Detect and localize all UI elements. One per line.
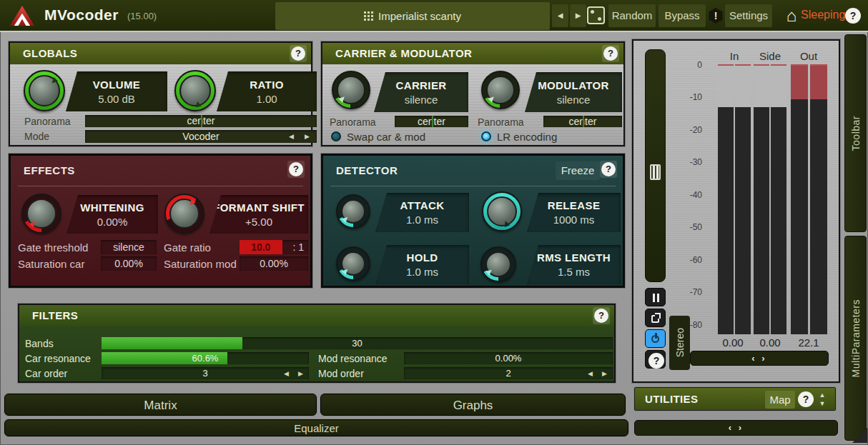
whitening-knob[interactable] bbox=[21, 194, 61, 234]
volume-display[interactable]: VOLUME 5.00 dB bbox=[66, 71, 167, 111]
formant-shift-display[interactable]: FORMANT SHIFT +5.00 bbox=[209, 195, 308, 234]
scale-tick: 0 bbox=[675, 60, 702, 70]
freeze-button[interactable]: Freeze bbox=[556, 161, 600, 180]
modulator-panorama-bar[interactable]: center bbox=[543, 116, 622, 127]
tab-toolbar[interactable]: Toolbar bbox=[844, 34, 867, 232]
mode-selector[interactable]: Vocoder ◀ ▶ bbox=[85, 130, 317, 143]
carrier-display[interactable]: CARRIER silence bbox=[374, 72, 468, 112]
map-button[interactable]: Map bbox=[765, 391, 795, 409]
swap-car-mod-radio[interactable] bbox=[331, 131, 341, 141]
meter-bar-side-l[interactable] bbox=[754, 64, 769, 334]
scale-tick: -10 bbox=[675, 92, 702, 102]
mvocoder-window: MVocoder (15.00) Imperialist scanty ◀ ▶ … bbox=[0, 0, 868, 445]
settings-button[interactable]: Settings bbox=[725, 4, 772, 27]
filters-help-button[interactable]: ? bbox=[593, 307, 610, 324]
home-icon[interactable]: ⌂ bbox=[782, 4, 801, 28]
release-knob[interactable] bbox=[482, 191, 522, 231]
collapse-toggle[interactable]: ▲ ▼ bbox=[815, 391, 829, 409]
rms-length-display[interactable]: RMS LENGTH 1.5 ms bbox=[527, 245, 621, 284]
modulator-display[interactable]: MODULATOR silence bbox=[525, 72, 622, 112]
gate-ratio-value[interactable]: 10.0 : 1 bbox=[240, 240, 308, 254]
help-icon[interactable]: ? bbox=[845, 8, 861, 24]
hold-knob[interactable] bbox=[336, 246, 370, 281]
globals-help-button[interactable]: ? bbox=[290, 45, 307, 62]
meter-bar-out-r[interactable] bbox=[810, 64, 827, 334]
bands-slider[interactable]: 30 bbox=[102, 337, 613, 349]
attack-display[interactable]: ATTACK 1.0 ms bbox=[375, 193, 469, 232]
tab-multiparameters[interactable]: MultiParameters bbox=[844, 236, 867, 441]
whitening-display[interactable]: WHITENING 0.00% bbox=[66, 195, 158, 234]
bands-label: Bands bbox=[25, 338, 54, 349]
scale-tick: -80 bbox=[675, 320, 702, 330]
help-icon: ? bbox=[603, 46, 618, 61]
graphs-tab[interactable]: Graphs bbox=[320, 394, 626, 416]
meter-bar-in-l[interactable] bbox=[718, 64, 734, 334]
bypass-button[interactable]: Bypass bbox=[659, 4, 706, 27]
mod-order-next-icon[interactable]: ▶ bbox=[602, 367, 607, 379]
utilities-help-button[interactable]: ? bbox=[798, 391, 814, 407]
warning-icon[interactable]: ! bbox=[708, 8, 724, 24]
panorama-bar[interactable]: center bbox=[85, 115, 317, 127]
car-order-label: Car order bbox=[25, 368, 67, 379]
meter-group-label-side: Side bbox=[754, 50, 786, 62]
preset-grid-icon bbox=[364, 11, 366, 14]
preset-selector[interactable]: Imperialist scanty bbox=[275, 2, 550, 30]
matrix-tab[interactable]: Matrix bbox=[4, 394, 317, 416]
meter-value-side: 0.00 bbox=[751, 336, 789, 349]
meter-bar-in-r[interactable] bbox=[735, 64, 751, 334]
lr-encoding-radio[interactable] bbox=[481, 131, 491, 141]
prev-preset-button[interactable]: ◀ bbox=[552, 4, 568, 27]
meter-expand-button[interactable] bbox=[645, 309, 666, 327]
center-tick bbox=[432, 116, 433, 127]
car-order-prev-icon[interactable]: ◀ bbox=[284, 367, 289, 379]
mode-prev-icon[interactable]: ◀ bbox=[289, 130, 294, 143]
random-button[interactable]: Random bbox=[608, 4, 656, 27]
rms-length-knob[interactable] bbox=[480, 246, 516, 282]
carrier-modulator-body: CARRIER silence MODULATOR silence Panora… bbox=[322, 64, 623, 145]
meter-value-in: 0.00 bbox=[714, 336, 752, 349]
utilities-panel: UTILITIES Map ? ▲ ▼ bbox=[634, 387, 836, 411]
meter-bar-out-l[interactable] bbox=[791, 64, 808, 334]
divider bbox=[330, 186, 616, 186]
hold-display[interactable]: HOLD 1.0 ms bbox=[375, 245, 469, 284]
mod-order-selector[interactable]: 2 ◀ ▶ bbox=[404, 367, 613, 379]
effects-help-button[interactable]: ? bbox=[287, 161, 305, 178]
ratio-display[interactable]: RATIO 1.00 bbox=[217, 71, 317, 111]
car-order-next-icon[interactable]: ▶ bbox=[298, 367, 303, 379]
car-resonance-slider[interactable]: 60.6% bbox=[102, 352, 309, 364]
release-display[interactable]: RELEASE 1000 ms bbox=[527, 193, 621, 232]
meter-bar-side-r[interactable] bbox=[771, 64, 786, 334]
carrier-modulator-help-button[interactable]: ? bbox=[602, 45, 619, 62]
saturation-car-value[interactable]: 0.00% bbox=[101, 256, 157, 271]
mod-order-prev-icon[interactable]: ◀ bbox=[588, 367, 593, 379]
modulator-knob[interactable] bbox=[481, 71, 520, 109]
detector-help-button[interactable]: ? bbox=[600, 161, 617, 178]
meter-help-button[interactable]: ? bbox=[645, 350, 666, 369]
next-preset-button[interactable]: ▶ bbox=[570, 4, 586, 27]
saturation-car-label: Saturation car bbox=[18, 258, 84, 270]
carrier-knob[interactable] bbox=[332, 71, 370, 109]
effects-title: EFFECTS bbox=[24, 164, 75, 176]
saturation-mod-value[interactable]: 0.00% bbox=[240, 256, 308, 271]
meter-range-slider[interactable] bbox=[645, 49, 666, 282]
meter-pause-button[interactable] bbox=[645, 288, 666, 306]
scale-tick: -30 bbox=[675, 157, 702, 167]
carrier-panorama-bar[interactable]: center bbox=[395, 116, 468, 127]
formant-shift-knob[interactable] bbox=[164, 194, 204, 234]
random-preset-dice-icon[interactable] bbox=[587, 6, 605, 24]
ratio-knob[interactable] bbox=[174, 70, 216, 111]
car-order-selector[interactable]: 3 ◀ ▶ bbox=[102, 367, 309, 379]
status-sleeping[interactable]: Sleeping bbox=[801, 9, 845, 21]
meter-power-button[interactable] bbox=[645, 329, 666, 348]
equalizer-tab[interactable]: Equalizer bbox=[4, 419, 628, 436]
attack-knob[interactable] bbox=[336, 194, 370, 229]
mod-resonance-slider[interactable]: 0.00% bbox=[404, 352, 613, 364]
effects-panel: EFFECTS ? WHITENING 0.00% FORMANT SHIFT … bbox=[9, 154, 312, 288]
melda-logo-icon[interactable] bbox=[10, 6, 34, 26]
utilities-title: UTILITIES bbox=[645, 393, 698, 405]
utilities-hscrollbar[interactable]: ‹ › bbox=[634, 420, 838, 436]
meter-hscrollbar[interactable]: ‹ › bbox=[690, 351, 829, 366]
volume-knob[interactable] bbox=[24, 70, 65, 111]
gate-threshold-value[interactable]: silence bbox=[101, 240, 157, 254]
mode-next-icon[interactable]: ▶ bbox=[305, 130, 310, 143]
